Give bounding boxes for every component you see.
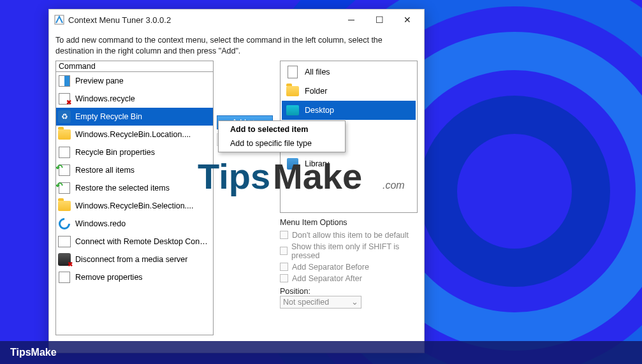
position-value: Not specified: [283, 298, 329, 307]
list-item-label: Connect with Remote Desktop Connection: [75, 237, 210, 246]
command-column-header: Command: [55, 61, 214, 71]
preview-pane-icon: [57, 74, 71, 88]
restore-icon: [57, 163, 71, 177]
list-item[interactable]: Windows.RecycleBin.Selection....: [56, 197, 213, 215]
list-item[interactable]: Connect with Remote Desktop Connection: [56, 233, 213, 251]
footer-bar: TipsMake: [0, 341, 642, 364]
list-item-label: Windows.RecycleBin.Selection....: [75, 201, 194, 210]
list-item-label: Empty Recycle Bin: [75, 112, 142, 121]
media-server-icon: [57, 252, 71, 266]
minimize-button[interactable]: ─: [337, 10, 365, 29]
list-item[interactable]: Recycle Bin properties: [56, 143, 213, 161]
properties-icon: [57, 270, 71, 284]
list-item[interactable]: Restore the selected items: [56, 179, 213, 197]
destination-item-label: Desktop: [305, 106, 334, 115]
folder-icon: [286, 84, 300, 98]
list-item[interactable]: Remove properties: [56, 268, 213, 286]
list-item-label: Preview pane: [75, 76, 124, 85]
list-item[interactable]: Preview pane: [56, 72, 213, 90]
footer-brand: TipsMake: [10, 347, 57, 358]
remote-desktop-icon: [57, 235, 71, 249]
option-label: Show this item only if SHIFT is pressed: [291, 242, 418, 260]
folder-icon: [57, 199, 71, 213]
destination-item-label: All files: [305, 68, 330, 76]
option-label: Add Separator After: [292, 274, 362, 283]
position-combobox[interactable]: Not specified ⌄: [280, 296, 361, 309]
recycle-bin-icon: ♻: [57, 110, 71, 124]
destination-item[interactable]: All files: [282, 62, 416, 82]
option-label: Don't allow this item to be default: [292, 231, 409, 240]
destination-item-label: Library: [305, 159, 329, 168]
list-item-label: Windows.recycle: [75, 94, 135, 103]
add-dropdown-menu: Add to selected item Add to specific fil…: [218, 120, 346, 152]
destination-item-label: Folder: [305, 87, 327, 96]
list-item-label: Disconnect from a media server: [75, 255, 187, 264]
window-title: Context Menu Tuner 3.0.0.2: [68, 15, 337, 25]
list-item-label: Recycle Bin properties: [75, 148, 155, 157]
list-item-label: Restore the selected items: [75, 184, 170, 193]
list-item-label: Windows.redo: [75, 219, 126, 228]
chevron-down-icon: ⌄: [351, 297, 358, 307]
menu-item-options: Menu Item Options Don't allow this item …: [280, 218, 418, 309]
library-icon: [286, 157, 300, 171]
position-label: Position:: [280, 287, 418, 296]
close-button[interactable]: ✕: [393, 10, 421, 29]
restore-icon: [57, 181, 71, 195]
list-item-label: Restore all items: [75, 166, 135, 175]
checkbox-shift-only[interactable]: [280, 247, 288, 255]
list-item-label: Remove properties: [75, 273, 143, 282]
document-icon: [286, 65, 300, 79]
list-item[interactable]: Restore all items: [56, 161, 213, 179]
options-title: Menu Item Options: [280, 218, 418, 227]
list-item[interactable]: Windows.recycle: [56, 90, 213, 108]
destination-item[interactable]: Desktop: [282, 101, 416, 120]
destination-item[interactable]: Library: [282, 154, 416, 173]
checkbox-sep-before[interactable]: [280, 263, 288, 271]
properties-icon: [57, 145, 71, 159]
menu-add-to-selected[interactable]: Add to selected item: [219, 122, 345, 136]
folder-icon: [57, 127, 71, 142]
maximize-button[interactable]: ☐: [365, 10, 393, 29]
recycle-icon: [57, 92, 71, 106]
instructions-text: To add new command to the context menu, …: [55, 35, 418, 57]
checkbox-no-default[interactable]: [280, 231, 288, 239]
list-item[interactable]: Disconnect from a media server: [56, 251, 213, 268]
titlebar[interactable]: Context Menu Tuner 3.0.0.2 ─ ☐ ✕: [49, 10, 424, 30]
destination-item[interactable]: Folder: [282, 82, 416, 101]
list-item[interactable]: Windows.redo: [56, 215, 213, 233]
checkbox-sep-after[interactable]: [280, 274, 288, 282]
app-icon: [54, 15, 64, 25]
list-item-label: Windows.RecycleBin.Location....: [75, 130, 191, 139]
list-item[interactable]: ♻Empty Recycle Bin: [56, 108, 213, 126]
desktop-icon: [286, 103, 300, 117]
menu-add-to-file-type[interactable]: Add to specific file type: [219, 136, 345, 150]
app-window: Context Menu Tuner 3.0.0.2 ─ ☐ ✕ To add …: [48, 9, 425, 353]
option-label: Add Separator Before: [292, 263, 369, 272]
redo-icon: [57, 217, 71, 231]
command-listbox[interactable]: Preview paneWindows.recycle♻Empty Recycl…: [55, 71, 214, 335]
list-item[interactable]: Windows.RecycleBin.Location....: [56, 126, 213, 143]
